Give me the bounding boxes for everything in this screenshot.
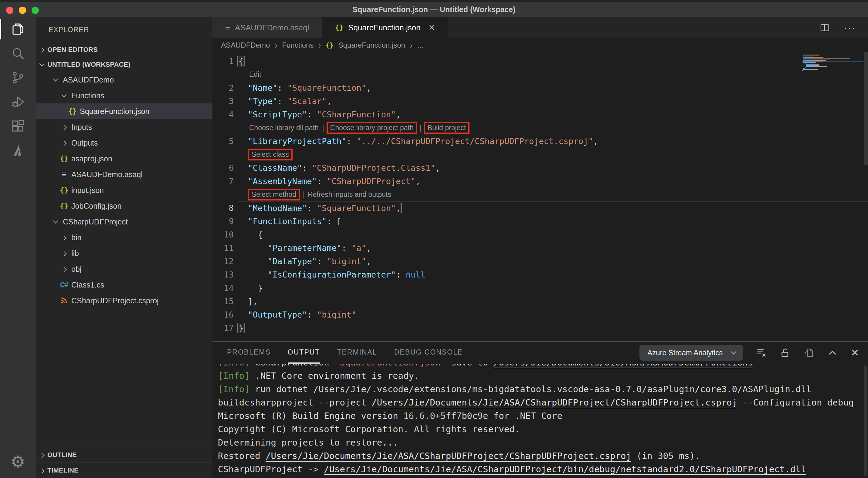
chevron-right-icon [39,468,44,473]
codelens-link-build-project[interactable]: Build project [424,122,470,134]
code-line-11[interactable]: 11 "ParameterName": "a", [212,241,868,254]
output-path-link[interactable]: /Users/Jie/Documents/Jie/ASA/CSharpUDFPr… [371,397,737,408]
minimap-line [802,59,863,60]
clear-output-icon[interactable] [756,347,767,358]
codelens-link-choose-library-project-path[interactable]: Choose library project path [327,122,417,134]
tree-item-obj[interactable]: obj [36,261,212,277]
breadcrumb-separator: › [410,40,412,50]
tree-item-functions[interactable]: Functions [36,88,212,103]
codelens-link-select-method[interactable]: Select method [248,189,300,201]
code-line-13[interactable]: 13 "IsConfigurationParameter": null [212,268,868,281]
lock-scroll-icon[interactable] [780,347,790,358]
tree-item-outputs[interactable]: Outputs [36,135,212,151]
code-line-12[interactable]: 12 "DataType": "bigint", [212,254,868,268]
output-path-link[interactable]: /Users/Jie/Documents/Jie/ASA/CSharpUDFPr… [324,464,806,474]
breadcrumb-item[interactable]: ... [417,41,423,49]
breadcrumb-item[interactable]: ASAUDFDemo [221,41,270,49]
tree-item-asaudfdemo[interactable]: ASAUDFDemo [36,72,212,88]
azure-icon[interactable] [0,138,36,163]
minimap[interactable] [802,54,863,71]
code-line-15[interactable]: 15 ], [212,295,868,308]
tree-item-asaudfdemo-asaql[interactable]: ≡ASAUDFDemo.asaql [36,167,212,182]
tree-item-class1-cs[interactable]: C#Class1.cs [36,277,212,293]
tab-terminal[interactable]: TERMINAL [337,342,377,364]
close-icon[interactable]: ✕ [429,23,435,32]
window-minimize-button[interactable] [19,7,26,14]
tree-item-csharpudfproject[interactable]: CSharpUDFProject [36,214,212,230]
more-actions-icon[interactable]: ··· [844,22,856,34]
codelens-link-edit[interactable]: Edit [248,70,262,79]
search-icon[interactable] [0,41,36,66]
workspace-root[interactable]: UNTITLED (WORKSPACE) [36,57,212,72]
code-line-6[interactable]: 6 "ClassName": "CSharpUDFProject.Class1"… [212,161,868,174]
tab-squarefunction-json[interactable]: {} SquareFunction.json ✕ [322,17,448,38]
window-controls [6,2,39,19]
close-panel-icon[interactable]: ✕ [851,347,859,358]
output-console[interactable]: [Info] CSharpFunction 'SquareFunction.js… [212,364,868,478]
code-line-14[interactable]: 14 } [212,281,868,295]
settings-gear-icon[interactable]: ⚙ [11,449,25,474]
code-line-7[interactable]: 7 "AssemblyName": "CSharpUDFProject", [212,174,868,188]
tab-debug-console[interactable]: DEBUG CONSOLE [394,342,463,364]
code-line-5[interactable]: 5 "LibraryProjectPath": "../../CSharpUDF… [212,134,868,148]
code-line-8[interactable]: 8 "MethodName": "SquareFunction", [212,201,868,214]
code-line-1[interactable]: 1{ [212,54,868,68]
chevron-right-icon [39,47,44,53]
code-line-4[interactable]: 4 "ScriptType": "CSharpFunction", [212,108,868,121]
panel-scrollbar[interactable] [864,366,867,476]
tree-item-csharpudfproject-csproj[interactable]: CSharpUDFProject.csproj [36,293,212,308]
tree-item-bin[interactable]: bin [36,230,212,245]
explorer-icon[interactable] [0,17,36,41]
tab-asaudfdemo-asaql[interactable]: ≡ ASAUDFDemo.asaql [212,17,322,38]
window-close-button[interactable] [6,7,13,14]
output-line-4: buildcsharpproject --project /Users/Jie/… [218,396,868,409]
codelens-separator: | [322,124,324,132]
window-zoom-button[interactable] [32,7,39,14]
code-text: "OutputType": "bigint" [238,310,356,319]
minimap-line [802,54,863,54]
output-path-link[interactable]: /Users/Jie/Documents/Jie/ASA/ASAUDFDemo/… [494,364,753,368]
json-file-icon: {} [68,107,77,115]
output-channel-select[interactable]: Azure Stream Analytics [640,345,743,361]
output-line-6: Copyright (C) Microsoft Corporation. All… [218,422,868,436]
output-path-link[interactable]: /Users/Jie/Documents/Jie/ASA/CSharpUDFPr… [266,451,631,461]
timeline-section[interactable]: TIMELINE [36,463,212,478]
code-text: ], [238,297,258,306]
breadcrumb-item[interactable]: Functions [282,41,313,49]
extensions-icon[interactable] [0,114,36,138]
editor-scrollbar[interactable] [864,52,868,165]
source-control-icon[interactable] [0,66,36,90]
codelens-link-refresh-inputs-and-outputs[interactable]: Refresh inputs and outputs [307,190,393,199]
json-file-icon: {} [335,24,344,32]
minimap-line [802,69,863,70]
minimap-line [802,68,863,69]
tab-output[interactable]: OUTPUT [288,342,320,364]
asaql-file-icon: ≡ [62,170,66,179]
tree-item-asaproj-json[interactable]: {}asaproj.json [36,151,212,167]
open-log-file-icon[interactable] [803,347,814,358]
split-editor-icon[interactable] [819,23,830,33]
outline-section[interactable]: OUTLINE [36,447,212,463]
breadcrumb-item[interactable]: SquareFunction.json [338,41,405,49]
code-line-2[interactable]: 2 "Name": "SquareFunction", [212,81,868,94]
tree-item-jobconfig-json[interactable]: {}JobConfig.json [36,198,212,214]
code-line-9[interactable]: 9 "FunctionInputs": [ [212,214,868,228]
code-line-16[interactable]: 16 "OutputType": "bigint" [212,308,868,321]
tree-item-inputs[interactable]: Inputs [36,119,212,135]
code-line-10[interactable]: 10 { [212,228,868,241]
codelens-link-select-class[interactable]: Select class [248,148,292,161]
maximize-panel-icon[interactable] [827,347,838,358]
output-text: 'SquareFunction.json' [335,364,446,368]
tree-item-squarefunction-json[interactable]: {}SquareFunction.json [36,103,212,119]
code-line-17[interactable]: 17} [212,321,868,335]
code-text: "ClassName": "CSharpUDFProject.Class1", [238,163,440,173]
code-lines: 1{Edit2 "Name": "SquareFunction",3 "Type… [212,54,868,335]
tree-item-input-json[interactable]: {}input.json [36,182,212,198]
tab-problems[interactable]: PROBLEMS [227,342,271,364]
open-editors-section[interactable]: OPEN EDITORS [36,42,212,57]
codelens-link-choose-library-dll-path[interactable]: Choose library dll path [248,124,320,132]
code-editor[interactable]: 1{Edit2 "Name": "SquareFunction",3 "Type… [212,52,868,341]
tree-item-lib[interactable]: lib [36,245,212,261]
code-line-3[interactable]: 3 "Type": "Scalar", [212,94,868,108]
run-debug-icon[interactable] [0,90,36,114]
